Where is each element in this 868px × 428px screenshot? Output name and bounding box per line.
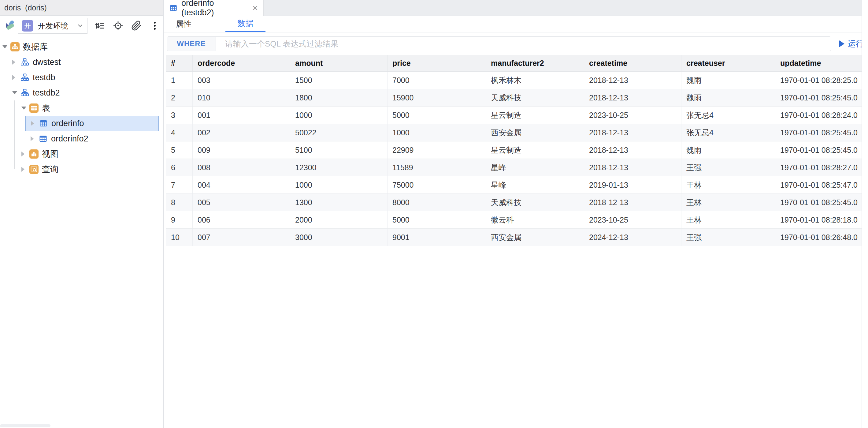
table-cell[interactable]: 1970-01-01 08:28:25.0 [775, 72, 862, 89]
table-cell[interactable]: 1300 [290, 194, 388, 211]
table-cell[interactable]: 张无忌4 [681, 107, 775, 124]
table-row[interactable]: 300110005000星云制造2023-10-25张无忌41970-01-01… [166, 107, 862, 124]
run-button[interactable]: 运行 [839, 38, 864, 49]
where-keyword-button[interactable]: WHERE [167, 37, 216, 51]
table-cell[interactable]: 009 [193, 141, 290, 159]
table-cell[interactable]: 2024-12-13 [584, 229, 681, 246]
table-row[interactable]: 2010180015900天威科技2018-12-13魏雨1970-01-01 … [166, 89, 862, 107]
table-row[interactable]: 5009510022909星云制造2018-12-13魏雨1970-01-01 … [166, 141, 862, 159]
table-cell[interactable]: 4 [166, 124, 193, 141]
table-cell[interactable]: 1000 [290, 176, 388, 194]
horizontal-scrollbar-thumb[interactable] [0, 424, 51, 427]
attach-paperclip-icon[interactable] [131, 20, 142, 31]
table-cell[interactable]: 22909 [388, 141, 486, 159]
table-cell[interactable]: 西安金属 [486, 229, 584, 246]
table-cell[interactable]: 星云制造 [486, 107, 584, 124]
caret-down-icon[interactable] [22, 107, 29, 110]
tab-properties[interactable]: 属性 [164, 16, 204, 32]
table-cell[interactable]: 9 [166, 211, 193, 228]
table-cell[interactable]: 王林 [681, 176, 775, 194]
table-cell[interactable]: 10 [166, 229, 193, 246]
table-cell[interactable]: 3000 [290, 229, 388, 246]
column-header-price[interactable]: price [388, 55, 486, 72]
table-row[interactable]: 4002500221000西安金属2018-12-13张无忌41970-01-0… [166, 124, 862, 141]
caret-right-icon[interactable] [12, 75, 20, 80]
table-cell[interactable]: 005 [193, 194, 290, 211]
table-cell[interactable]: 1970-01-01 08:25:45.0 [775, 89, 862, 106]
environment-select[interactable]: 开 开发环境 [18, 18, 88, 34]
table-cell[interactable]: 8000 [388, 194, 486, 211]
table-cell[interactable]: 002 [193, 124, 290, 141]
table-cell[interactable]: 天威科技 [486, 89, 584, 106]
table-cell[interactable]: 1800 [290, 89, 388, 106]
table-cell[interactable]: 2018-12-13 [584, 141, 681, 159]
column-header-updatetime[interactable]: updatetime [775, 55, 862, 72]
table-cell[interactable]: 星云制造 [486, 141, 584, 159]
table-cell[interactable]: 2 [166, 89, 193, 106]
table-cell[interactable]: 2000 [290, 211, 388, 228]
column-header-amount[interactable]: amount [290, 55, 388, 72]
table-cell[interactable]: 2023-10-25 [584, 107, 681, 124]
caret-down-icon[interactable] [12, 91, 20, 94]
tab-orderinfo[interactable]: orderinfo (testdb2) × [164, 0, 264, 16]
table-cell[interactable]: 天威科技 [486, 194, 584, 211]
table-cell[interactable]: 1 [166, 72, 193, 89]
table-cell[interactable]: 1970-01-01 08:25:45.0 [775, 141, 862, 159]
column-header-createtime[interactable]: createtime [584, 55, 681, 72]
table-cell[interactable]: 75000 [388, 176, 486, 194]
tree-item-视图[interactable]: 视图 [0, 146, 163, 162]
column-header-createuser[interactable]: createuser [681, 55, 775, 72]
caret-right-icon[interactable] [22, 151, 29, 156]
table-cell[interactable]: 魏雨 [681, 141, 775, 159]
table-cell[interactable]: 张无忌4 [681, 124, 775, 141]
table-cell[interactable]: 001 [193, 107, 290, 124]
table-cell[interactable]: 50022 [290, 124, 388, 141]
caret-right-icon[interactable] [22, 167, 29, 172]
table-cell[interactable]: 2018-12-13 [584, 72, 681, 89]
caret-down-icon[interactable] [2, 45, 10, 48]
locate-target-icon[interactable] [113, 20, 124, 31]
tree-item-testdb[interactable]: testdb [0, 70, 163, 85]
table-cell[interactable]: 1000 [290, 107, 388, 124]
tree-item-testdb2[interactable]: testdb2 [0, 85, 163, 101]
sort-list-icon[interactable] [94, 20, 105, 31]
table-cell[interactable]: 1970-01-01 08:25:47.0 [775, 176, 862, 194]
tree-item-orderinfo2[interactable]: orderinfo2 [0, 131, 163, 146]
table-cell[interactable]: 1970-01-01 08:25:45.0 [775, 124, 862, 141]
table-cell[interactable]: 3 [166, 107, 193, 124]
table-cell[interactable]: 5000 [388, 211, 486, 228]
table-cell[interactable]: 2018-12-13 [584, 89, 681, 106]
table-cell[interactable]: 1500 [290, 72, 388, 89]
table-cell[interactable]: 1970-01-01 08:28:24.0 [775, 107, 862, 124]
table-row[interactable]: 900620005000微云科2023-10-25王林1970-01-01 08… [166, 211, 862, 229]
tree-item-dwstest[interactable]: dwstest [0, 55, 163, 70]
table-cell[interactable]: 6 [166, 159, 193, 176]
caret-right-icon[interactable] [31, 121, 39, 126]
table-cell[interactable]: 5100 [290, 141, 388, 159]
table-cell[interactable]: 7 [166, 176, 193, 194]
vertical-scrollbar-track[interactable] [862, 0, 868, 428]
table-row[interactable]: 7004100075000星峰2019-01-13王林1970-01-01 08… [166, 176, 862, 194]
table-cell[interactable]: 004 [193, 176, 290, 194]
table-cell[interactable]: 008 [193, 159, 290, 176]
tree-item-orderinfo[interactable]: orderinfo [25, 116, 159, 131]
column-header-ordercode[interactable]: ordercode [193, 55, 290, 72]
table-cell[interactable]: 003 [193, 72, 290, 89]
column-header-manufacturer2[interactable]: manufacturer2 [486, 55, 584, 72]
tree-item-查询[interactable]: 查询 [0, 162, 163, 177]
caret-right-icon[interactable] [31, 136, 38, 141]
table-cell[interactable]: 007 [193, 229, 290, 246]
close-icon[interactable]: × [252, 3, 258, 12]
table-cell[interactable]: 魏雨 [681, 72, 775, 89]
table-cell[interactable]: 15900 [388, 89, 486, 106]
table-cell[interactable]: 王林 [681, 211, 775, 228]
sql-filter-input[interactable] [216, 37, 831, 51]
table-row[interactable]: 100315007000枫禾林木2018-12-13魏雨1970-01-01 0… [166, 72, 862, 89]
table-cell[interactable]: 5 [166, 141, 193, 159]
tab-data[interactable]: 数据 [225, 16, 266, 32]
table-cell[interactable]: 7000 [388, 72, 486, 89]
table-cell[interactable]: 1970-01-01 08:28:27.0 [775, 159, 862, 176]
tree-item-数据库[interactable]: 数据库 [0, 39, 163, 55]
table-cell[interactable]: 星峰 [486, 176, 584, 194]
table-cell[interactable]: 5000 [388, 107, 486, 124]
